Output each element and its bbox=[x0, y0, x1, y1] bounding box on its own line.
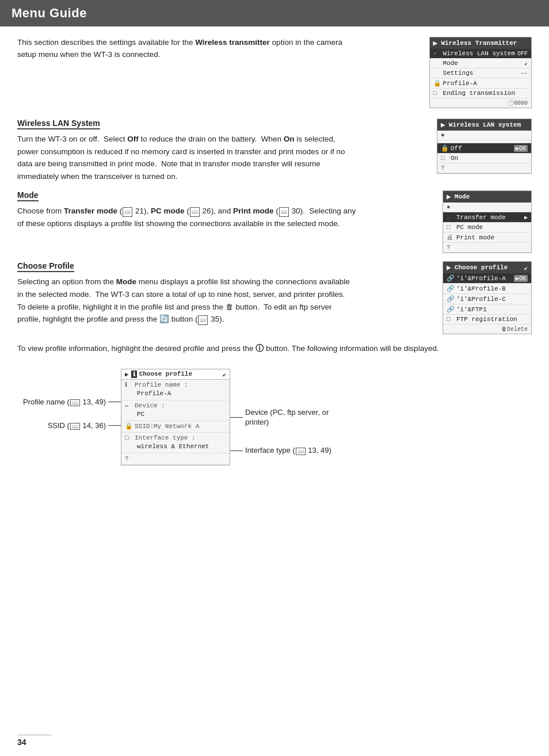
square-icon: □ bbox=[433, 90, 441, 97]
wireless-transmitter-screen: ▶ Wireless Transmitter ● Wireless LAN sy… bbox=[429, 37, 532, 108]
link-icon-a: 🔗 bbox=[447, 274, 455, 282]
arrow-icon: ▶ bbox=[441, 120, 445, 129]
diagram-left-labels: Profile name (📖 13, 49) SSID (📖 14, 36) bbox=[23, 369, 121, 430]
screen-row-lock: 🔒 Profile-A bbox=[430, 78, 531, 89]
square2-icon: □ bbox=[125, 434, 133, 442]
wireless-lan-left: Wireless LAN System Turn the WT-3 on or … bbox=[17, 119, 357, 182]
profile-screen-footer: 🗑Delete bbox=[443, 324, 531, 334]
profile-row-c: 🔗 'i'&Profile-C bbox=[443, 294, 531, 304]
wlan-row-on: □ On bbox=[437, 154, 531, 163]
profile-info-screen-inner: ▶ ℹ Choose profile ↙ ℹ Profile name : Pr… bbox=[121, 369, 230, 465]
interface-type-label: Interface type (📖 13, 49) bbox=[230, 446, 349, 456]
mode-screen-title: Mode bbox=[455, 193, 470, 200]
choose-profile-screen: ▶ Choose profile ↙ 🔗 'i'&Profile-A ▶OK 🔗… bbox=[443, 261, 532, 334]
wireless-lan-right: ▶ Wireless LAN system ● 🔒 Off ▶OK □ On bbox=[426, 119, 532, 174]
mode-row-q: ? bbox=[443, 243, 531, 253]
choose-profile-section: Choose Profile Selecting an option from … bbox=[17, 261, 532, 334]
info-row-device: ✏ Device : PC bbox=[121, 400, 230, 421]
ssid-label: SSID (📖 14, 36) bbox=[23, 421, 121, 430]
screen-footer: 🕐0000 bbox=[430, 98, 531, 108]
mode-screen-header: ▶ Mode bbox=[443, 191, 531, 203]
mode-screen: ▶ Mode ● ↙ Transfer mode ▶ □ PC mode 🖨 bbox=[443, 190, 532, 253]
mode-row-print: 🖨 Print mode bbox=[443, 232, 531, 243]
info-row-interface: □ Interface type : wireless & Ethernet bbox=[121, 433, 230, 453]
mode-body: Choose from Transfer mode (📖 21), PC mod… bbox=[17, 205, 357, 230]
profile-name-label: Profile name (📖 13, 49) bbox=[23, 398, 121, 406]
lock-icon: 🔒 bbox=[433, 79, 441, 87]
page-header: Menu Guide bbox=[0, 0, 549, 26]
wireless-lan-screen: ▶ Wireless LAN system ● 🔒 Off ▶OK □ On bbox=[437, 119, 532, 174]
question-icon: ? bbox=[125, 455, 133, 463]
mode-right: ▶ Mode ● ↙ Transfer mode ▶ □ PC mode 🖨 bbox=[432, 190, 532, 253]
mode-left: Mode Choose from Transfer mode (📖 21), P… bbox=[17, 190, 357, 230]
grid-icon: □ bbox=[441, 155, 449, 162]
wlan-row-empty3: ? bbox=[437, 163, 531, 173]
page-content: This section describes the settings avai… bbox=[0, 26, 549, 476]
wireless-lan-heading: Wireless LAN System bbox=[17, 119, 100, 129]
wlan-row-empty1: ● bbox=[437, 131, 531, 140]
wlan-screen-title: Wireless LAN system bbox=[449, 121, 521, 128]
mode-section: Mode Choose from Transfer mode (📖 21), P… bbox=[17, 190, 532, 253]
print-icon: 🖨 bbox=[447, 234, 455, 241]
intro-text: This section describes the settings avai… bbox=[17, 37, 357, 61]
choose-profile-body2: To view profile information, highlight t… bbox=[17, 342, 532, 355]
device-label: Device (PC, ftp server, or printer) bbox=[230, 408, 349, 427]
info-row-profile-name: ℹ Profile name : Profile-A bbox=[121, 380, 230, 400]
choose-profile-body1: Selecting an option from the Mode menu d… bbox=[17, 276, 357, 325]
mode-row-transfer: ↙ Transfer mode ▶ bbox=[443, 212, 531, 223]
profile-row-b: 🔗 'i'&Profile-B bbox=[443, 284, 531, 294]
arrow-icon: ▶ bbox=[447, 263, 451, 272]
profile-row-a: 🔗 'i'&Profile-A ▶OK bbox=[443, 273, 531, 284]
screen-title: Wireless Transmitter bbox=[441, 40, 517, 47]
intro-section: This section describes the settings avai… bbox=[17, 37, 532, 108]
screen-row-ending: □ Ending transmission bbox=[430, 89, 531, 98]
choose-profile-left: Choose Profile Selecting an option from … bbox=[17, 261, 357, 325]
dot-icon: ● bbox=[433, 50, 441, 57]
profile-screen-title: Choose profile bbox=[455, 264, 508, 271]
mode-heading: Mode bbox=[17, 190, 39, 201]
choose-profile-heading: Choose Profile bbox=[17, 261, 74, 272]
profile-row-ftp1: 🔗 'i'&FTP1 bbox=[443, 304, 531, 315]
link-icon-c: 🔗 bbox=[447, 295, 455, 303]
camera-icon: 🔒 bbox=[441, 144, 449, 152]
mode-row-empty: ● bbox=[443, 203, 531, 212]
choose-profile-right: ▶ Choose profile ↙ 🔗 'i'&Profile-A ▶OK 🔗… bbox=[432, 261, 532, 334]
edit-icon: ✏ bbox=[125, 402, 133, 410]
lock2-icon: 🔒 bbox=[125, 422, 133, 431]
wlan-screen-header: ▶ Wireless LAN system bbox=[437, 119, 531, 131]
screen-header: ▶ Wireless Transmitter bbox=[430, 37, 531, 49]
profile-info-screen: ▶ ℹ Choose profile ↙ ℹ Profile name : Pr… bbox=[121, 369, 230, 465]
info-icon: ℹ bbox=[125, 381, 133, 390]
arrow-icon: ▶ bbox=[447, 192, 451, 201]
page-title: Menu Guide bbox=[12, 6, 537, 21]
screen-row-lan: ● Wireless LAN system OFF bbox=[430, 49, 531, 59]
wireless-lan-body: Turn the WT-3 on or off. Select Off to r… bbox=[17, 133, 357, 182]
profile-row-ftp-reg: □ FTP registration bbox=[443, 315, 531, 324]
profile-diagram: Profile name (📖 13, 49) SSID (📖 14, 36) … bbox=[17, 369, 532, 465]
pc-icon: □ bbox=[447, 224, 455, 231]
diagram-right-labels: Device (PC, ftp server, or printer) Inte… bbox=[230, 369, 349, 456]
info-screen-header: ▶ ℹ Choose profile ↙ bbox=[121, 369, 230, 380]
info-row-ssid: 🔒 SSID:My Network A bbox=[121, 421, 230, 433]
page-number: 34 bbox=[17, 735, 52, 747]
info-row-question: ? bbox=[121, 453, 230, 465]
arrow-icon: ▶ bbox=[433, 39, 438, 48]
mode-row-pc: □ PC mode bbox=[443, 223, 531, 232]
transfer-icon: ↙ bbox=[447, 213, 455, 221]
link-icon-b: 🔗 bbox=[447, 285, 455, 292]
wireless-lan-section: Wireless LAN System Turn the WT-3 on or … bbox=[17, 119, 532, 182]
profile-screen-header: ▶ Choose profile ↙ bbox=[443, 262, 531, 273]
screen-row-settings: Settings -- bbox=[430, 68, 531, 78]
link-icon-ftp1: 🔗 bbox=[447, 306, 455, 313]
screen-row-mode: Mode ↙ bbox=[430, 59, 531, 68]
wlan-row-off: 🔒 Off ▶OK bbox=[437, 143, 531, 154]
ftp-reg-icon: □ bbox=[447, 316, 455, 323]
